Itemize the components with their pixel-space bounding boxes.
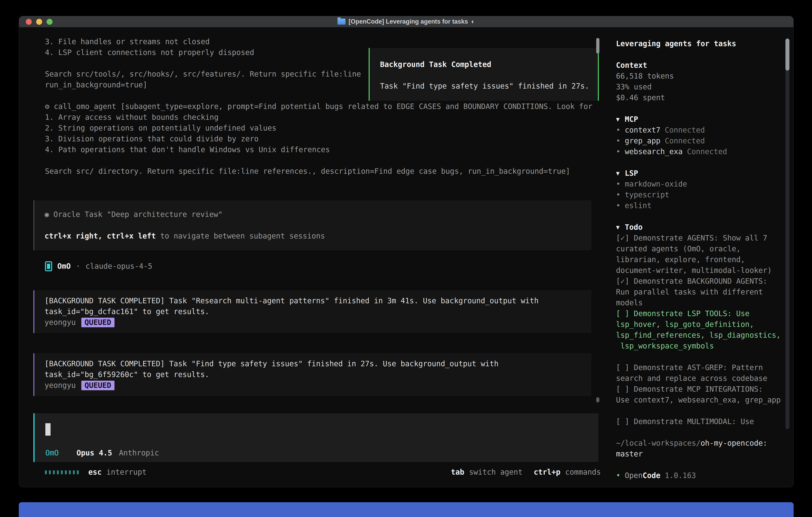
todo-item-done: [✓] Demonstrate AGENTS: Show all 7 curat…	[616, 233, 781, 276]
session-title: Leveraging agents for tasks	[616, 38, 781, 49]
record-icon: ◉	[45, 210, 49, 219]
tab-key-hint[interactable]: tab	[451, 467, 464, 478]
todo-item-pending: [ ] Demonstrate MULTIMODAL: Use	[616, 416, 781, 427]
tool-call-block[interactable]: ⚙ call_omo_agent [subagent_type=explore,…	[45, 101, 598, 177]
input-agent-label: OmO	[46, 447, 67, 458]
sidebar-scrollbar-track[interactable]	[785, 38, 789, 429]
status-right: tab switch agent ctrl+p commands	[451, 467, 601, 478]
app-name-prefix: Open	[625, 470, 643, 481]
lsp-heading-row[interactable]: ▼ LSP	[616, 168, 781, 179]
input-model-name: Opus 4.5	[77, 447, 112, 458]
main-scrollbar-mark[interactable]	[596, 397, 600, 403]
agent-square-icon	[45, 261, 52, 271]
model-row: OmO Opus 4.5 Anthropic	[46, 447, 594, 458]
background-window-edge[interactable]	[19, 502, 793, 517]
minimize-button[interactable]	[36, 19, 42, 25]
status-bar: esc interrupt tab switch agent ctrl+p co…	[45, 467, 601, 478]
oracle-hint-row: ctrl+x right, ctrl+x left to navigate be…	[45, 231, 587, 242]
titlebar[interactable]: [OpenCode] Leveraging agents for tasks ◐	[19, 16, 793, 27]
notification-title: Background Task Completed	[380, 59, 594, 70]
close-button[interactable]	[26, 19, 32, 25]
bullet-icon: •	[616, 136, 625, 146]
todo-item-pending: [ ] Demonstrate AST-GREP: Pattern search…	[616, 362, 781, 384]
workspace-path-prefix: ~/local-workspaces/	[616, 439, 700, 447]
mcp-status: Connected	[665, 125, 705, 136]
agent-row[interactable]: OmO · claude-opus-4-5	[45, 261, 610, 272]
background-task-card[interactable]: [BACKGROUND TASK COMPLETED] Task "Resear…	[33, 290, 591, 333]
bullet-icon: •	[616, 190, 625, 200]
mcp-item: • websearch_exa Connected	[616, 146, 781, 157]
mcp-heading-row[interactable]: ▼ MCP	[616, 114, 781, 125]
task-meta: yeongyu QUEUED	[45, 317, 587, 328]
status-left: esc interrupt	[45, 467, 146, 478]
task-meta: yeongyu QUEUED	[45, 380, 587, 391]
todo-item-pending: [ ] Demonstrate MCP INTEGRATIONS: Use co…	[616, 384, 781, 405]
queued-badge: QUEUED	[81, 381, 115, 390]
ctrlp-key-label: commands	[565, 467, 601, 478]
window-title: [OpenCode] Leveraging agents for tasks	[349, 16, 468, 27]
folder-icon	[338, 19, 345, 25]
mcp-item: • context7 Connected	[616, 125, 781, 136]
ctrlp-key-hint[interactable]: ctrl+p	[534, 467, 560, 478]
terminal-window: [OpenCode] Leveraging agents for tasks ◐…	[19, 16, 793, 487]
mcp-name: websearch_exa	[625, 146, 683, 157]
bullet-icon: •	[616, 179, 625, 190]
bullet-icon: •	[616, 125, 625, 136]
dot-separator: ·	[76, 261, 80, 272]
chevron-down-icon[interactable]: ▼	[616, 114, 625, 125]
mcp-name: grep_app	[625, 136, 660, 146]
mcp-status: Connected	[687, 146, 727, 157]
notification-body: Task "Find type safety issues" finished …	[380, 81, 594, 91]
esc-key-hint[interactable]: esc	[88, 467, 102, 478]
zoom-button[interactable]	[47, 19, 53, 25]
chevron-down-icon[interactable]: ▼	[616, 168, 625, 179]
green-dot-icon: •	[616, 470, 625, 481]
task-body: [BACKGROUND TASK COMPLETED] Task "Resear…	[45, 296, 587, 317]
desktop: [OpenCode] Leveraging agents for tasks ◐…	[0, 0, 812, 517]
oracle-task-title: Oracle Task "Deep architecture review"	[49, 210, 223, 219]
agent-name: OmO	[57, 261, 71, 272]
background-task-card[interactable]: [BACKGROUND TASK COMPLETED] Task "Find t…	[33, 353, 591, 396]
todo-item-done: [✓] Demonstrate BACKGROUND AGENTS: Run p…	[616, 276, 781, 308]
main-scrollbar-thumb[interactable]	[596, 38, 600, 54]
oracle-task-title-row: ◉ Oracle Task "Deep architecture review"	[45, 209, 587, 220]
bullet-icon: •	[616, 146, 625, 157]
spacer	[45, 220, 587, 231]
context-heading: Context	[616, 60, 781, 71]
chat-area: 3. File handles or streams not closed 4.…	[19, 27, 610, 487]
lsp-name: typescript	[625, 190, 669, 200]
sidebar-scrollbar-thumb[interactable]	[785, 38, 789, 71]
todo-item-active: [ ] Demonstrate LSP TOOLS: Use lsp_hover…	[616, 308, 781, 351]
mcp-section: ▼ MCP • context7 Connected • grep_app Co…	[616, 114, 781, 157]
mcp-status: Connected	[665, 136, 705, 146]
app-version: 1.0.163	[665, 470, 696, 481]
context-details: 66,518 tokens 33% used $0.46 spent	[616, 71, 781, 103]
task-user: yeongyu	[45, 317, 76, 328]
toast-notification[interactable]: Background Task Completed Task "Find typ…	[369, 48, 599, 101]
lsp-item: • eslint	[616, 200, 781, 211]
lsp-item: • typescript	[616, 190, 781, 200]
tool-call-text: call_omo_agent [subagent_type=explore, p…	[45, 102, 592, 175]
chevron-down-icon[interactable]: ▼	[616, 222, 625, 233]
progress-dots-icon	[45, 470, 79, 474]
mcp-name: context7	[625, 125, 660, 136]
window-title-group: [OpenCode] Leveraging agents for tasks ◐	[338, 16, 475, 27]
lsp-heading: LSP	[625, 168, 638, 179]
gear-icon: ⚙	[45, 102, 49, 111]
todo-heading-row[interactable]: ▼ Todo	[616, 222, 781, 233]
bullet-icon: •	[616, 200, 625, 211]
lsp-name: markdown-oxide	[625, 179, 687, 190]
hint-text: to navigate between subagent sessions	[156, 232, 325, 240]
text-cursor	[46, 423, 51, 436]
lsp-name: eslint	[625, 200, 651, 211]
mcp-item: • grep_app Connected	[616, 136, 781, 146]
prompt-input[interactable]: OmO Opus 4.5 Anthropic	[33, 413, 599, 462]
lsp-section: ▼ LSP • markdown-oxide • typescript • es…	[616, 168, 781, 211]
tab-key-label: switch agent	[469, 467, 522, 478]
todo-section: ▼ Todo [✓] Demonstrate AGENTS: Show all …	[616, 222, 781, 427]
oracle-task-card[interactable]: ◉ Oracle Task "Deep architecture review"…	[33, 200, 591, 250]
workspace-path: ~/local-workspaces/oh-my-opencode: maste…	[616, 438, 781, 459]
app-version-row: • OpenCode 1.0.163	[616, 470, 781, 481]
keybinding-text: ctrl+x right, ctrl+x left	[45, 232, 156, 240]
mcp-heading: MCP	[625, 114, 638, 125]
